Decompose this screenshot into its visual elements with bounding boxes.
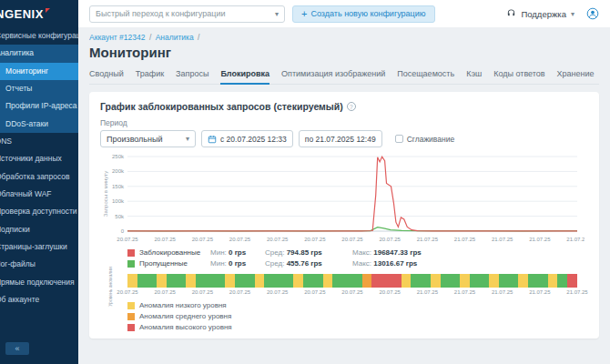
anomaly-cell [284,274,294,288]
smoothing-label: Сглаживание [407,135,455,144]
strip-x-label: 20.07.25 [192,289,213,295]
series-Пропущенные [127,228,577,231]
date-to-input[interactable]: по 21.07.2025 12:49 [299,130,382,147]
legend-stat: Макс: 13016.67 rps [352,259,417,268]
legend-stat: Мин: 0 rps [210,259,258,268]
tab-8[interactable]: Хранение [557,66,595,84]
chart-legend: ЗаблокированныеМин: 0 rpsСред: 794.85 rp… [100,248,588,268]
breadcrumb: Аккаунт #12342 / Аналитика / [89,33,599,42]
quick-jump-placeholder: Быстрый переход к конфигурации [96,9,225,18]
svg-text:250k: 250k [112,154,125,159]
anomaly-cell [206,274,216,288]
support-label[interactable]: Поддержка [521,9,566,19]
breadcrumb-account-link[interactable]: Аккаунт #12342 [89,33,146,42]
anomaly-strip-xlabels: 20.07.2520.07.2520.07.2520.07.2520.07.25… [127,289,577,298]
legend-item[interactable]: ЗаблокированныеМин: 0 rpsСред: 794.85 rp… [127,248,588,257]
logo-text: NGENIX [0,7,44,21]
anomaly-cell [293,274,303,288]
sidebar-item-4[interactable]: Профили IP-адреса [0,97,78,115]
tab-0[interactable]: Сводный [89,66,124,84]
strip-x-label: 20.07.25 [341,289,362,295]
sidebar: NGENIX Сервисные конфигурацииАналитикаМо… [0,0,78,364]
tab-2[interactable]: Запросы [176,66,208,84]
create-configuration-button[interactable]: + Создать новую конфигурацию [292,5,435,23]
anomaly-cell [264,274,274,288]
anomaly-cell [196,274,206,288]
sidebar-item-12[interactable]: Страницы-заглушки [0,238,78,256]
quick-jump-select[interactable]: Быстрый переход к конфигурации ▾ [89,5,285,23]
sidebar-item-11[interactable]: Подписки [0,221,78,238]
strip-x-label: 21.07.25 [566,289,587,295]
svg-text:20.07.25: 20.07.25 [304,237,326,242]
sidebar-item-0[interactable]: Сервисные конфигурации [0,27,78,45]
sidebar-item-6[interactable]: DNS [0,133,78,150]
strip-x-label: 21.07.25 [529,289,550,295]
sidebar-collapse-button[interactable]: « [5,342,29,355]
legend-stat: Сред: 455.76 rps [265,259,345,268]
sidebar-item-label: Лог-файлы [0,260,36,268]
anomaly-cell [548,274,558,288]
series-Заблокированные [127,157,577,231]
tab-1[interactable]: Трафик [136,66,164,84]
anomaly-cell [431,274,441,288]
sidebar-item-label: Аналитика [0,49,34,57]
anomaly-cell [499,274,509,288]
anomaly-cell [147,274,157,288]
anomaly-strip-wrap: Уровень аномалии 20.07.2520.07.2520.07.2… [127,274,577,298]
anomaly-cell [518,274,528,288]
logo: NGENIX [0,0,78,27]
breadcrumb-section-link[interactable]: Аналитика [156,33,194,42]
sidebar-item-label: Профили IP-адреса [5,102,76,110]
anomaly-strip [127,274,577,288]
smoothing-checkbox[interactable]: Сглаживание [395,135,455,144]
anomaly-cell [225,274,235,288]
sidebar-item-5[interactable]: DDoS-атаки [0,116,78,133]
checkbox-box[interactable] [395,135,403,143]
sidebar-item-label: DDoS-атаки [5,120,48,128]
tab-5[interactable]: Посещаемость [397,66,454,84]
anomaly-legend-item: Аномалия высокого уровня [127,323,588,331]
create-configuration-label: Создать новую конфигурацию [310,9,425,18]
sidebar-nav: Сервисные конфигурацииАналитикаМониторин… [0,27,78,309]
legend-series-name: Заблокированные [139,248,210,257]
period-label: Период [100,118,588,127]
sidebar-item-2[interactable]: Мониторинг [0,63,78,80]
svg-text:21.07.25: 21.07.25 [417,237,439,242]
sidebar-item-7[interactable]: Источники данных [0,150,78,167]
tab-4[interactable]: Оптимизация изображений [281,66,385,84]
sidebar-item-13[interactable]: Лог-файлы [0,256,78,273]
svg-text:21.07.25: 21.07.25 [566,237,585,242]
anomaly-cell [509,274,519,288]
anomaly-cell [489,274,499,288]
sidebar-item-10[interactable]: Проверка доступности [0,203,78,220]
legend-stat: Мин: 0 rps [210,248,258,257]
anomaly-cell [303,274,313,288]
anomaly-cell [177,274,187,288]
sidebar-item-label: Отчеты [5,85,32,93]
period-select[interactable]: Произвольный ▾ [100,130,196,147]
anomaly-cell [557,274,567,288]
sidebar-item-3[interactable]: Отчеты [0,80,78,97]
date-from-input[interactable]: с 20.07.2025 12:33 [201,130,293,147]
chevron-down-icon[interactable]: ▾ [571,10,574,18]
tab-6[interactable]: Кэш [466,66,482,84]
user-icon[interactable] [586,7,599,20]
sidebar-item-1[interactable]: Аналитика [0,45,78,62]
svg-text:Запросы в минуту: Запросы в минуту [103,171,108,217]
strip-x-label: 21.07.25 [417,289,438,295]
sidebar-item-15[interactable]: Об аккаунте [0,291,78,308]
svg-text:21.07.25: 21.07.25 [492,237,513,242]
tab-7[interactable]: Коды ответов [493,66,544,84]
svg-text:200k: 200k [112,168,125,174]
anomaly-cell [567,274,577,288]
tab-3[interactable]: Блокировка [220,66,269,85]
sidebar-item-9[interactable]: Облачный WAF [0,186,78,203]
legend-item[interactable]: ПропущенныеМин: 0 rpsСред: 455.76 rpsМак… [127,259,588,268]
svg-text:20.07.25: 20.07.25 [192,237,214,242]
tab-bar: СводныйТрафикЗапросыБлокировкаОптимизаци… [89,66,599,85]
info-icon[interactable]: ? [347,102,356,111]
strip-x-label: 21.07.25 [492,289,513,295]
anomaly-cell [460,274,470,288]
sidebar-item-14[interactable]: Прямые подключения [0,274,78,291]
sidebar-item-8[interactable]: Обработка запросов [0,168,78,186]
